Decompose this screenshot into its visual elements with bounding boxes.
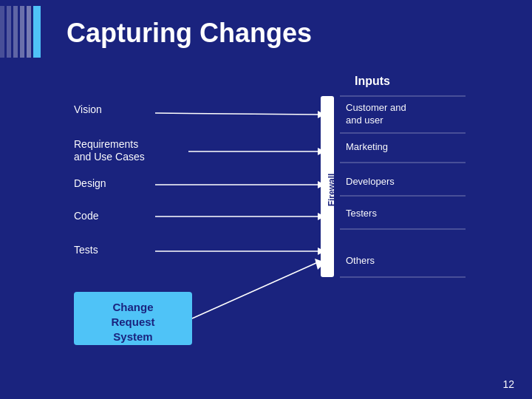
svg-text:Firewall: Firewall [327, 174, 337, 207]
svg-text:Others: Others [346, 255, 375, 266]
svg-text:System: System [113, 330, 152, 343]
svg-text:Request: Request [111, 316, 154, 328]
svg-text:Code: Code [74, 210, 99, 222]
svg-marker-36 [315, 259, 325, 270]
svg-rect-13 [321, 96, 334, 277]
svg-text:and user: and user [346, 115, 383, 126]
svg-text:Requirements: Requirements [74, 138, 138, 150]
svg-text:Developers: Developers [346, 176, 395, 187]
svg-marker-24 [318, 181, 325, 188]
svg-text:and Use Cases: and Use Cases [74, 151, 145, 163]
page-number: 12 [502, 378, 514, 390]
svg-rect-31 [74, 292, 192, 345]
svg-marker-21 [318, 148, 325, 155]
svg-line-35 [192, 262, 318, 318]
svg-text:Inputs: Inputs [355, 75, 390, 87]
svg-marker-27 [318, 213, 325, 220]
svg-text:Vision: Vision [74, 103, 102, 115]
svg-text:Marketing: Marketing [346, 141, 388, 152]
svg-text:Tests: Tests [74, 244, 98, 256]
svg-marker-30 [318, 248, 325, 255]
svg-text:Customer and: Customer and [346, 102, 406, 113]
svg-line-16 [155, 113, 318, 115]
diagram-svg: Inputs Customer and and user Marketing D… [66, 70, 480, 366]
svg-marker-17 [318, 111, 325, 118]
svg-text:Change: Change [112, 301, 153, 313]
main-content: Capturing Changes Inputs Customer and an… [0, 0, 532, 399]
svg-text:Testers: Testers [346, 208, 377, 219]
svg-text:Design: Design [74, 177, 106, 189]
page-title: Capturing Changes [66, 18, 510, 49]
